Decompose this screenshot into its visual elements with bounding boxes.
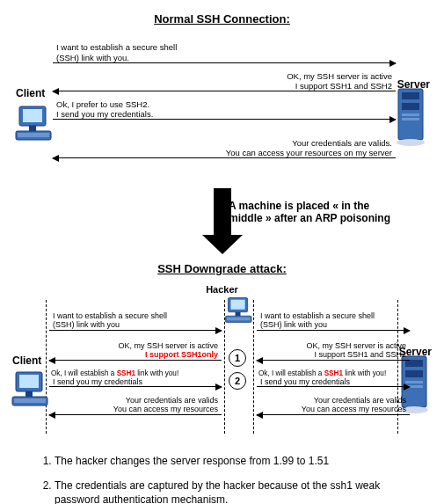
normal-connection-title: Normal SSH Connection: [9,12,435,26]
server-icon [395,87,430,149]
svg-rect-22 [405,360,423,367]
hacker-label: Hacker [206,284,238,295]
normal-msg-4: Your credentials are valids. You can acc… [53,147,396,148]
svg-point-10 [397,139,425,146]
attack-right-msg-2: OK, my SSH server is active I support SS… [257,342,410,343]
svg-rect-23 [405,370,423,377]
step-circle-2: 2 [229,372,246,390]
client-label: Client [16,87,45,99]
attack-right-msg-1: I want to establish a secure shell (SSH)… [257,312,410,313]
normal-msg-3: Ok, I prefer to use SSH2. I send you my … [53,108,396,109]
step-circle-1: 1 [229,349,246,367]
svg-rect-1 [23,109,42,122]
transition-arrow: A machine is placed « in the middle » af… [9,184,435,259]
attack-left-msg-1: I want to establish a secure shell (SSH)… [49,312,222,313]
svg-rect-7 [402,103,419,110]
footnote-1: The hacker changes the server response f… [55,454,409,468]
attack-title: SSH Downgrade attack: [9,262,435,275]
transition-text: A machine is placed « in the middle » af… [229,200,404,224]
svg-rect-14 [14,398,46,403]
footnotes: The hacker changes the server response f… [35,454,409,504]
attack-flow-diagram: Hacker Client Server 1 2 I want to estab… [9,284,435,438]
svg-rect-12 [19,375,39,388]
svg-rect-4 [29,126,36,131]
attack-left-msg-4: Your credentials are valids You can acce… [49,397,222,398]
hacker-pc-icon [224,296,254,328]
svg-rect-6 [402,92,419,99]
client-pc-icon [14,105,55,147]
svg-rect-20 [236,312,241,316]
client-label-bottom: Client [12,354,41,367]
svg-rect-9 [402,118,419,121]
normal-flow-diagram: Client Server I want to establish a secu… [9,34,435,184]
svg-rect-3 [18,133,49,137]
attack-left-msg-3: Ok, I will establish a SSH1 link with yo… [49,370,222,371]
footnote-2: The credentials are captured by the hack… [55,478,409,504]
svg-rect-19 [227,318,251,321]
svg-rect-8 [402,113,419,116]
normal-msg-2: OK, my SSH server is active I support SS… [53,80,396,81]
normal-msg-1: I want to establish a secure shell (SSH)… [53,43,396,44]
attack-right-msg-4: Your credentials are valids You can acce… [257,397,410,398]
client-pc-icon [11,370,51,413]
attack-right-msg-3: Ok, I will establish a SSH1 link with yo… [257,370,410,371]
attack-left-msg-2: OK, my SSH server is active I support SS… [49,342,222,343]
vertical-dashed-line [46,300,47,434]
svg-rect-17 [230,300,244,310]
svg-rect-15 [25,391,33,397]
